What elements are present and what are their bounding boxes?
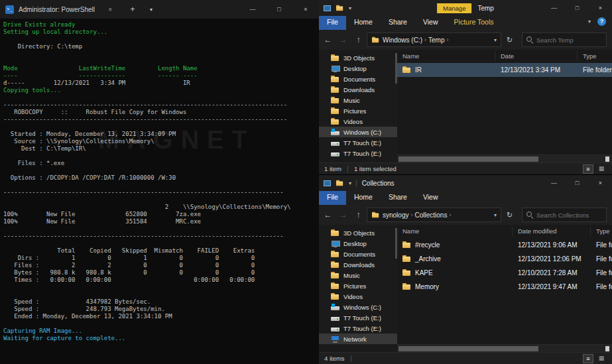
sidebar-item[interactable]: 3D Objects [319,227,397,238]
details-view-icon[interactable]: ≡ [583,164,593,174]
horizontal-scrollbar[interactable] [397,344,612,352]
tab-dropdown-icon[interactable]: ▾ [147,7,156,13]
sidebar-item[interactable]: Desktop [319,63,397,74]
minimize-button[interactable]: — [542,0,566,16]
file-row[interactable]: Memory 12/13/2021 9:47 AM File folder [397,280,612,294]
help-icon[interactable]: ? [597,17,606,26]
sidebar-item[interactable]: T7 Touch (E:) [319,137,397,148]
new-tab-button[interactable]: + [128,5,137,14]
file-row[interactable]: KAPE 12/10/2021 7:28 AM File folder [397,266,612,280]
sidebar-item[interactable]: Documents [319,249,397,259]
breadcrumb-segment[interactable]: Temp [428,36,444,44]
vertical-scrollbar-thumb[interactable] [605,156,609,162]
minimize-button[interactable]: — [239,0,266,19]
thumbnails-view-icon[interactable]: ▦ [596,354,607,363]
sidebar-item[interactable]: Windows (C:) [319,302,397,312]
tab-close-icon[interactable]: × [105,6,115,13]
breadcrumb-segment[interactable]: synology [383,212,408,219]
folder-icon[interactable] [336,180,343,186]
address-dropdown-icon[interactable]: ▾ [494,37,497,43]
ribbon-collapse-icon[interactable]: ▾ [588,19,591,25]
forward-button[interactable]: → [336,210,350,219]
sidebar-item[interactable]: Videos [319,116,397,127]
ribbon-tab[interactable]: View [415,16,446,30]
breadcrumb-segment[interactable]: Windows (C:) [383,36,422,44]
sidebar-item[interactable]: Network [319,334,397,344]
breadcrumb-separator[interactable]: › [422,36,428,43]
ribbon-tab[interactable]: Home [346,16,381,30]
breadcrumb[interactable]: synology›Collections› ▾ [367,208,501,222]
file-row[interactable]: _Archive 12/13/2021 12:06 PM File folder [397,252,612,266]
sidebar-scrollbar[interactable] [395,53,397,84]
ribbon-tab[interactable]: Picture Tools [446,16,502,30]
ribbon-tab[interactable]: File [319,16,346,30]
up-button[interactable]: ↑ [351,210,365,219]
address-dropdown-icon[interactable]: ▾ [494,212,497,218]
ribbon-tab[interactable]: Share [381,191,415,205]
breadcrumb-separator[interactable]: › [447,212,453,218]
sidebar-scrollbar[interactable] [395,228,397,259]
file-row[interactable]: IR 12/13/2021 3:34 PM File folder [397,63,612,77]
sidebar-item[interactable]: Music [319,95,397,105]
ribbon-tab[interactable]: Share [381,16,415,30]
sidebar-item[interactable]: Pictures [319,280,397,291]
horizontal-scrollbar[interactable] [397,154,612,162]
sidebar-item[interactable]: T7 Touch (E:) [319,148,397,158]
column-header-type[interactable]: Type [591,227,612,236]
ribbon-tab[interactable]: Home [346,191,381,205]
column-header-date[interactable]: Date [495,52,578,61]
search-input[interactable] [536,36,602,44]
breadcrumb-separator[interactable]: › [408,212,414,218]
scrollbar-thumb[interactable] [398,346,538,351]
sidebar-item-icon [331,229,339,237]
sidebar-item[interactable]: Downloads [319,259,397,270]
maximize-button[interactable]: □ [566,0,589,16]
sidebar-item[interactable]: T7 Touch (E:) [319,312,397,323]
qat-dropdown-icon[interactable]: ▾ [349,180,351,186]
maximize-button[interactable]: □ [566,175,589,191]
minimize-button[interactable]: — [542,175,566,191]
terminal-tab-title[interactable]: Administrator: PowerShell [19,6,95,13]
file-name: IR [415,66,422,74]
sidebar-item[interactable]: Desktop [319,238,397,249]
maximize-button[interactable]: □ [266,0,292,19]
back-button[interactable]: ← [321,35,335,44]
sidebar-item[interactable]: Documents [319,74,397,84]
search-input[interactable] [536,212,602,219]
qat-dropdown-icon[interactable]: ▾ [349,5,351,11]
close-button[interactable]: × [589,175,612,191]
column-header-type[interactable]: Type [578,52,612,61]
scrollbar-thumb[interactable] [398,156,538,162]
sidebar-item[interactable]: Windows (C:) [319,127,397,137]
file-row[interactable]: #recycle 12/13/2021 9:06 AM File folder [397,238,612,252]
manage-contextual-label[interactable]: Manage [437,3,471,13]
column-header-name[interactable]: Name [397,227,513,236]
ribbon-tab[interactable]: File [319,191,346,205]
ribbon-tab[interactable]: View [415,191,446,205]
up-button[interactable]: ↑ [351,35,365,44]
sidebar-item[interactable]: Videos [319,291,397,302]
breadcrumb-segment[interactable]: Collections [414,212,447,219]
search-box[interactable] [522,208,607,222]
column-header-date-modified[interactable]: Date modified [513,227,591,236]
refresh-button[interactable]: ↻ [503,211,517,219]
sidebar-item[interactable]: Downloads [319,84,397,95]
thumbnails-view-icon[interactable]: ▦ [596,164,607,174]
folder-icon[interactable] [336,5,343,11]
close-button[interactable]: × [292,0,319,19]
sidebar-item[interactable]: Pictures [319,105,397,116]
breadcrumb[interactable]: Windows (C:)›Temp› ▾ [367,32,501,47]
sidebar-item[interactable]: 3D Objects [319,52,397,63]
column-header-name[interactable]: Name [397,52,495,61]
sidebar-item[interactable]: T7 Touch (E:) [319,323,397,334]
breadcrumb-separator[interactable]: › [444,36,450,43]
search-box[interactable] [522,32,607,47]
file-name-cell: Memory [397,283,513,290]
forward-button[interactable]: → [336,35,350,44]
vertical-scrollbar-thumb[interactable] [605,346,609,351]
refresh-button[interactable]: ↻ [503,36,517,44]
details-view-icon[interactable]: ≡ [583,354,593,363]
close-button[interactable]: × [589,0,612,16]
sidebar-item[interactable]: Music [319,270,397,280]
back-button[interactable]: ← [321,210,335,219]
